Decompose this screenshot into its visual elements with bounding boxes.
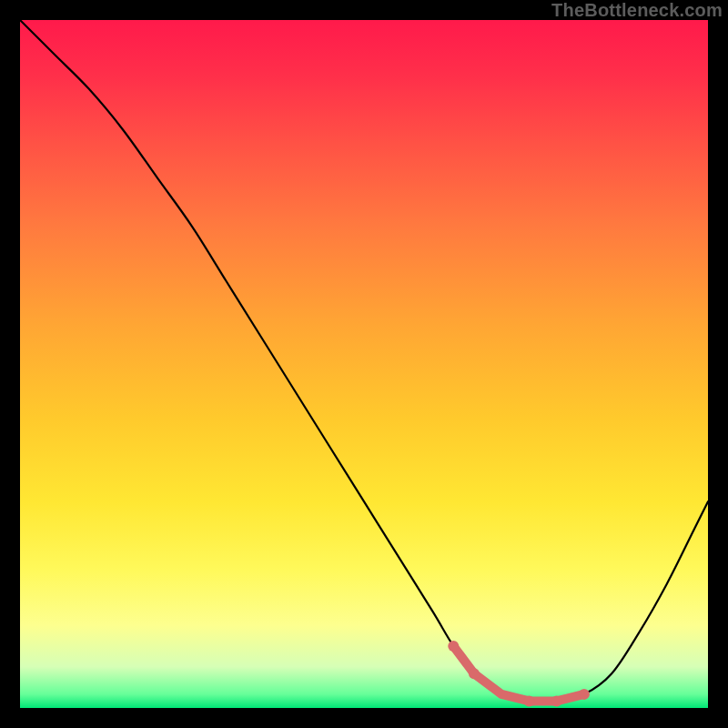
trough-dot — [579, 689, 590, 700]
chart-svg — [20, 20, 708, 708]
trough-dot — [551, 695, 562, 706]
watermark-text: TheBottleneck.com — [551, 0, 723, 21]
trough-dot — [469, 668, 480, 679]
trough-dot — [448, 641, 459, 652]
bottleneck-curve — [20, 20, 708, 702]
trough-dot — [523, 695, 534, 706]
chart-canvas — [20, 20, 708, 708]
